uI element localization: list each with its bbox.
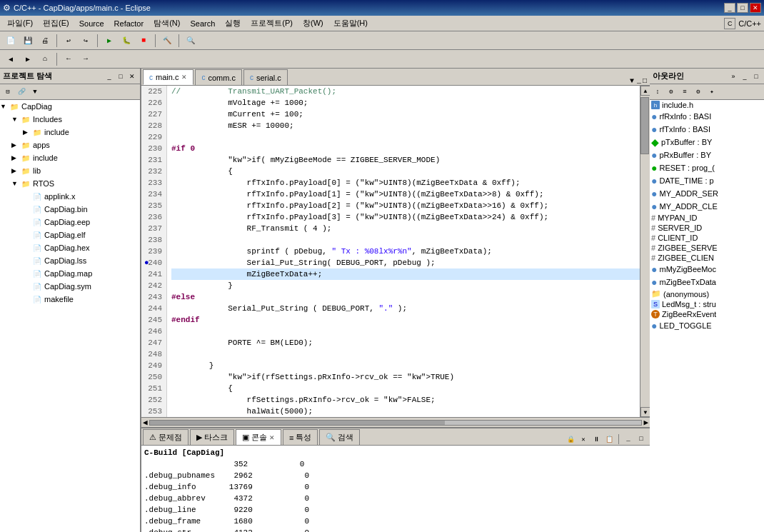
outline-item[interactable]: ●rfRxInfo : BASI bbox=[650, 110, 764, 123]
outline-item[interactable]: #ZIGBEE_SERVE bbox=[650, 243, 764, 253]
console-clear-button[interactable]: ✕ bbox=[578, 433, 589, 445]
outline-item[interactable]: hinclude.h bbox=[650, 100, 764, 110]
outline-item[interactable]: ●RESET : prog_( bbox=[650, 161, 764, 174]
tree-toggle[interactable]: ▼ bbox=[11, 116, 20, 123]
hscroll-left-arrow[interactable]: ◀ bbox=[143, 418, 148, 427]
scrollbar-thumb[interactable] bbox=[640, 97, 649, 154]
bottom-tab-search[interactable]: 🔍 검색 bbox=[319, 429, 360, 445]
minimize-button[interactable]: _ bbox=[724, 3, 735, 13]
tree-item[interactable]: 📄makefile bbox=[0, 293, 140, 306]
run-button[interactable]: ▶ bbox=[101, 33, 117, 49]
debug-button[interactable]: 🐛 bbox=[119, 33, 134, 49]
outline-item[interactable]: ●pRxBuffer : BY bbox=[650, 149, 764, 161]
tab-main-c[interactable]: c main.c ✕ bbox=[143, 69, 193, 85]
outline-sort-button[interactable]: ↕ bbox=[651, 86, 664, 99]
outline-item[interactable]: TZigBeeRxEvent bbox=[650, 309, 764, 319]
outline-item[interactable]: ●MY_ADDR_SER bbox=[650, 187, 764, 200]
menu-help[interactable]: 도움말(H) bbox=[329, 16, 372, 30]
tree-item[interactable]: 📄CapDiag.sym bbox=[0, 280, 140, 293]
new-button[interactable]: 📄 bbox=[3, 33, 19, 49]
bottom-tab-console[interactable]: ▣ 콘솔 ✕ bbox=[236, 429, 281, 445]
tab-serial-c[interactable]: c serial.c bbox=[243, 69, 288, 85]
tree-item[interactable]: ▶📁lib bbox=[0, 164, 140, 177]
menu-edit[interactable]: 편집(E) bbox=[39, 16, 74, 30]
tree-item[interactable]: 📄CapDiag.eep bbox=[0, 216, 140, 229]
tree-toggle[interactable]: ▶ bbox=[11, 141, 20, 149]
outline-item[interactable]: ●mZigBeeTxData bbox=[650, 276, 764, 288]
menu-navigate[interactable]: 탐색(N) bbox=[149, 16, 184, 30]
tree-item[interactable]: 📄CapDiag.elf bbox=[0, 229, 140, 241]
home-button[interactable]: ⌂ bbox=[37, 51, 53, 67]
scrollbar-up-arrow[interactable]: ▲ bbox=[640, 86, 650, 96]
tree-toggle[interactable]: ▼ bbox=[0, 103, 9, 110]
menu-project[interactable]: 프로젝트(P) bbox=[246, 16, 297, 30]
outline-item[interactable]: #ZIGBEE_CLIEN bbox=[650, 253, 764, 263]
back-button[interactable]: ◀ bbox=[3, 51, 19, 67]
link-editor-button[interactable]: 🔗 bbox=[15, 86, 28, 99]
console-copy-button[interactable]: 📋 bbox=[603, 433, 615, 445]
editor-vertical-scrollbar[interactable]: ▲ ▼ bbox=[640, 86, 650, 417]
outline-minimize-button[interactable]: _ bbox=[740, 71, 750, 81]
tree-item[interactable]: 📄applink.x bbox=[0, 190, 140, 203]
menu-window[interactable]: 창(W) bbox=[298, 16, 328, 30]
outline-settings-button[interactable]: ≡ bbox=[678, 86, 691, 99]
bottom-tab-tasks[interactable]: ▶ 타스크 bbox=[190, 429, 234, 445]
prev-edit-button[interactable]: ← bbox=[61, 51, 76, 67]
tree-item[interactable]: ▶📁include bbox=[0, 151, 140, 164]
tab-main-c-close[interactable]: ✕ bbox=[181, 74, 187, 81]
undo-button[interactable]: ↩ bbox=[61, 33, 76, 49]
outline-item[interactable]: 📁(anonymous) bbox=[650, 288, 764, 299]
panel-close-button[interactable]: ✕ bbox=[127, 71, 137, 81]
tab-comm-c[interactable]: c comm.c bbox=[195, 69, 242, 85]
tree-toggle[interactable]: ▶ bbox=[23, 129, 31, 136]
next-edit-button[interactable]: → bbox=[78, 51, 94, 67]
tree-item[interactable]: 📄CapDiag.lss bbox=[0, 254, 140, 267]
outline-item[interactable]: ●LED_TOGGLE bbox=[650, 319, 764, 332]
hscroll-thumb[interactable] bbox=[150, 421, 445, 425]
menu-refactor[interactable]: Refactor bbox=[110, 18, 149, 29]
console-close-button[interactable]: ✕ bbox=[269, 434, 275, 441]
bottom-tab-properties[interactable]: ≡ 특성 bbox=[283, 429, 318, 445]
tree-item[interactable]: ▼📁CapDiag bbox=[0, 100, 140, 113]
tree-item[interactable]: 📄CapDiag.map bbox=[0, 267, 140, 280]
editor-scroll[interactable]: 2252262272282292302312322332342352362372… bbox=[141, 86, 640, 417]
print-button[interactable]: 🖨 bbox=[37, 33, 53, 49]
maximize-button[interactable]: □ bbox=[737, 3, 748, 13]
tree-settings-button[interactable]: ▼ bbox=[29, 86, 41, 99]
outline-item[interactable]: #SERVER_ID bbox=[650, 223, 764, 233]
collapse-all-button[interactable]: ⊟ bbox=[1, 86, 14, 99]
bottom-tab-problems[interactable]: ⚠ 문제점 bbox=[143, 429, 189, 445]
close-button[interactable]: ✕ bbox=[750, 3, 761, 13]
scrollbar-down-arrow[interactable]: ▼ bbox=[640, 407, 650, 417]
redo-button[interactable]: ↪ bbox=[78, 33, 94, 49]
stop-button[interactable]: ■ bbox=[136, 33, 151, 49]
menu-source[interactable]: Source bbox=[75, 18, 109, 29]
bottom-maximize-button[interactable]: □ bbox=[635, 433, 647, 445]
outline-item[interactable]: #MYPAN_ID bbox=[650, 213, 764, 223]
console-lock-button[interactable]: 🔒 bbox=[565, 433, 576, 445]
editor-horizontal-scrollbar[interactable]: ◀ ▶ bbox=[141, 417, 650, 427]
tree-toggle[interactable]: ▶ bbox=[11, 154, 20, 161]
menu-search[interactable]: Search bbox=[186, 18, 219, 29]
search-button[interactable]: 🔍 bbox=[183, 33, 198, 49]
editor-maximize-button[interactable]: □ bbox=[643, 77, 647, 85]
tree-item[interactable]: ▼📁RTOS bbox=[0, 177, 140, 190]
outline-item[interactable]: SLedMsg_t : stru bbox=[650, 299, 764, 309]
panel-maximize-button[interactable]: □ bbox=[116, 71, 126, 81]
forward-button[interactable]: ▶ bbox=[20, 51, 36, 67]
outline-maximize-button[interactable]: □ bbox=[751, 71, 761, 81]
console-scroll-lock-button[interactable]: ⏸ bbox=[590, 433, 602, 445]
outline-menu-button[interactable]: » bbox=[728, 71, 738, 81]
outline-item[interactable]: ●MY_ADDR_CLE bbox=[650, 200, 764, 213]
outline-item[interactable]: ●DATE_TIME : p bbox=[650, 174, 764, 187]
title-bar-controls[interactable]: _ □ ✕ bbox=[724, 3, 761, 13]
tree-item[interactable]: ▶📁apps bbox=[0, 139, 140, 151]
tree-toggle[interactable]: ▼ bbox=[11, 180, 20, 187]
outline-item[interactable]: ●rfTxInfo : BASI bbox=[650, 123, 764, 136]
tree-toggle[interactable]: ▶ bbox=[11, 167, 20, 174]
outline-extra-button[interactable]: ✦ bbox=[705, 86, 718, 99]
tree-item[interactable]: ▶📁include bbox=[0, 126, 140, 139]
tree-item[interactable]: 📄CapDiag.hex bbox=[0, 241, 140, 254]
build-button[interactable]: 🔨 bbox=[159, 33, 175, 49]
tree-item[interactable]: ▼📁Includes bbox=[0, 113, 140, 126]
